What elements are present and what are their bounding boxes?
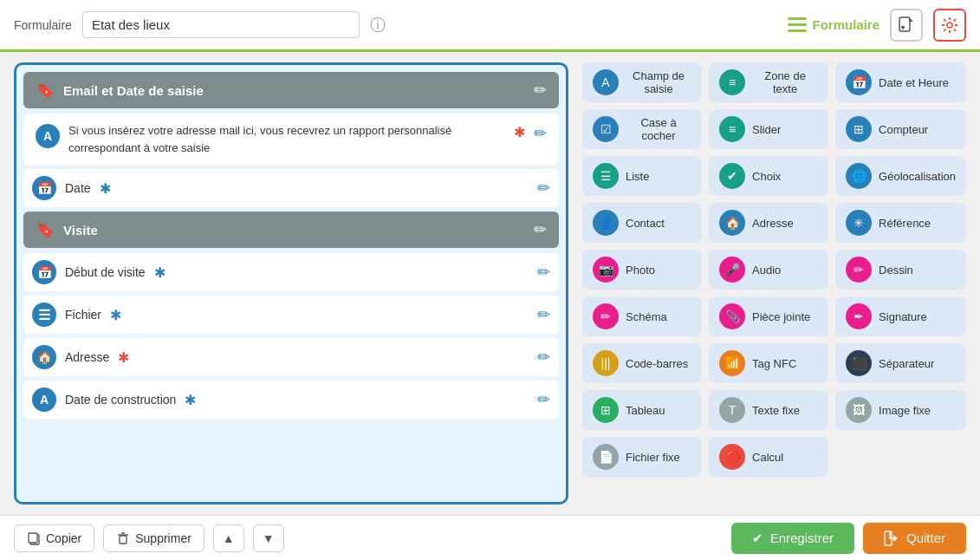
widget-fichier-fixe[interactable]: 📄Fichier fixe [582, 437, 702, 477]
zone-texte-label: Zone de texte [752, 69, 818, 95]
widget-liste[interactable]: ☰Liste [582, 156, 702, 196]
widget-champ-saisie[interactable]: AChamp de saisie [582, 62, 702, 102]
photo-label: Photo [626, 264, 655, 277]
list-icon [788, 17, 807, 33]
info-edit-btn[interactable]: ✏ [534, 122, 547, 146]
widget-image-fixe[interactable]: 🖼Image fixe [835, 390, 966, 430]
compteur-icon: ⊞ [846, 116, 872, 142]
widget-case-cocher[interactable]: ☑Case à cocher [582, 109, 702, 149]
settings-button[interactable] [933, 9, 966, 42]
main-content: 🔖 Email et Date de saisie ✏ A Si vous in… [0, 52, 980, 515]
construction-edit-btn[interactable]: ✏ [537, 390, 550, 409]
date-row[interactable]: 📅 Date ✱ ✏ [23, 169, 559, 207]
schema-icon: ✏ [593, 303, 619, 329]
info-row-icon: A [36, 124, 60, 148]
down-button[interactable]: ▼ [253, 524, 284, 552]
nav-formulaire[interactable]: Formulaire [788, 17, 879, 33]
info-required-star: ✱ [514, 122, 525, 143]
widget-dessin[interactable]: ✏Dessin [835, 250, 966, 290]
contact-icon: 👤 [593, 210, 619, 236]
form-inner[interactable]: 🔖 Email et Date de saisie ✏ A Si vous in… [16, 65, 566, 502]
form-name-input[interactable] [82, 11, 360, 38]
widget-compteur[interactable]: ⊞Compteur [835, 109, 966, 149]
fichier-edit-btn[interactable]: ✏ [537, 305, 550, 324]
copy-button[interactable]: Copier [14, 524, 94, 552]
widget-adresse[interactable]: 🏠Adresse [709, 203, 828, 243]
date-heure-icon: 📅 [846, 69, 872, 95]
code-barres-icon: ||| [593, 350, 619, 376]
widget-schema[interactable]: ✏Schéma [582, 296, 702, 336]
svg-rect-0 [788, 17, 807, 20]
debut-row[interactable]: 📅 Début de visite ✱ ✏ [23, 253, 559, 291]
construction-row[interactable]: A Date de construction ✱ ✏ [23, 381, 559, 419]
info-row: A Si vous insérez votre adresse mail ici… [23, 114, 559, 165]
widget-grid: AChamp de saisie≡Zone de texte📅Date et H… [582, 62, 966, 477]
tag-nfc-label: Tag NFC [752, 357, 796, 370]
svg-rect-7 [120, 536, 127, 544]
fichier-row[interactable]: ☰ Fichier ✱ ✏ [23, 296, 559, 334]
slider-icon: ≡ [719, 116, 745, 142]
widget-choix[interactable]: ✔Choix [709, 156, 828, 196]
fichier-icon: ☰ [32, 303, 56, 327]
section-visite-edit[interactable]: ✏ [534, 220, 547, 239]
widget-audio[interactable]: 🎤Audio [709, 250, 828, 290]
section-email-edit[interactable]: ✏ [534, 81, 547, 100]
widget-reference[interactable]: ✳Référence [835, 203, 966, 243]
info-icon[interactable]: ⓘ [370, 15, 386, 36]
widget-calcul[interactable]: 🔴Calcul [709, 437, 828, 477]
widget-code-barres[interactable]: |||Code-barres [582, 343, 702, 383]
slider-label: Slider [752, 123, 781, 136]
widget-signature[interactable]: ✒Signature [835, 296, 966, 336]
construction-label: Date de construction [65, 393, 176, 407]
schema-label: Schéma [626, 310, 667, 323]
widget-slider[interactable]: ≡Slider [709, 109, 828, 149]
widget-separateur[interactable]: ⬛Séparateur [835, 343, 966, 383]
case-cocher-icon: ☑ [593, 116, 619, 142]
export-button[interactable] [890, 9, 923, 42]
widget-texte-fixe[interactable]: TTexte fixe [709, 390, 828, 430]
dessin-label: Dessin [879, 264, 913, 277]
fichier-required: ✱ [110, 307, 121, 323]
widget-tag-nfc[interactable]: 📶Tag NFC [709, 343, 828, 383]
header-left: Formulaire ⓘ [14, 11, 788, 38]
svg-rect-1 [788, 23, 807, 26]
tableau-icon: ⊞ [593, 397, 619, 423]
date-label: Date [65, 181, 91, 195]
fichier-fixe-label: Fichier fixe [626, 451, 680, 464]
svg-rect-2 [788, 29, 807, 32]
delete-button[interactable]: Supprimer [103, 524, 204, 552]
adresse-row[interactable]: 🏠 Adresse ✱ ✏ [23, 338, 559, 376]
up-button[interactable]: ▲ [213, 524, 244, 552]
footer: Copier Supprimer ▲ ▼ ✔ Enregistrer Quitt… [0, 515, 980, 560]
widget-geolocalisation[interactable]: 🌐Géolocalisation [835, 156, 966, 196]
widget-photo[interactable]: 📷Photo [582, 250, 702, 290]
date-edit-btn[interactable]: ✏ [537, 179, 550, 198]
visite-bookmark-icon: 🔖 [36, 220, 55, 239]
choix-icon: ✔ [719, 163, 745, 189]
footer-right: ✔ Enregistrer Quitter [731, 523, 966, 554]
geolocalisation-label: Géolocalisation [879, 170, 956, 183]
save-button[interactable]: ✔ Enregistrer [731, 523, 854, 554]
case-cocher-label: Case à cocher [626, 116, 691, 142]
fichier-label: Fichier [65, 308, 101, 322]
trash-icon [116, 531, 130, 545]
debut-edit-btn[interactable]: ✏ [537, 263, 550, 282]
form-panel: 🔖 Email et Date de saisie ✏ A Si vous in… [14, 62, 568, 505]
widget-contact[interactable]: 👤Contact [582, 203, 702, 243]
choix-label: Choix [752, 170, 781, 183]
quit-button[interactable]: Quitter [863, 523, 966, 554]
svg-rect-3 [899, 17, 910, 31]
header-right: Formulaire [788, 9, 966, 42]
widget-tableau[interactable]: ⊞Tableau [582, 390, 702, 430]
widget-panel: AChamp de saisie≡Zone de texte📅Date et H… [582, 62, 966, 505]
adresse-required: ✱ [118, 349, 129, 366]
separateur-icon: ⬛ [846, 350, 872, 376]
photo-icon: 📷 [593, 257, 619, 283]
widget-zone-texte[interactable]: ≡Zone de texte [709, 62, 828, 102]
form-label: Formulaire [14, 18, 72, 32]
widget-piece-jointe[interactable]: 📎Pièce jointe [709, 296, 828, 336]
quit-icon [884, 531, 899, 546]
widget-date-heure[interactable]: 📅Date et Heure [835, 62, 966, 102]
adresse-edit-btn[interactable]: ✏ [537, 348, 550, 367]
texte-fixe-label: Texte fixe [752, 404, 800, 417]
